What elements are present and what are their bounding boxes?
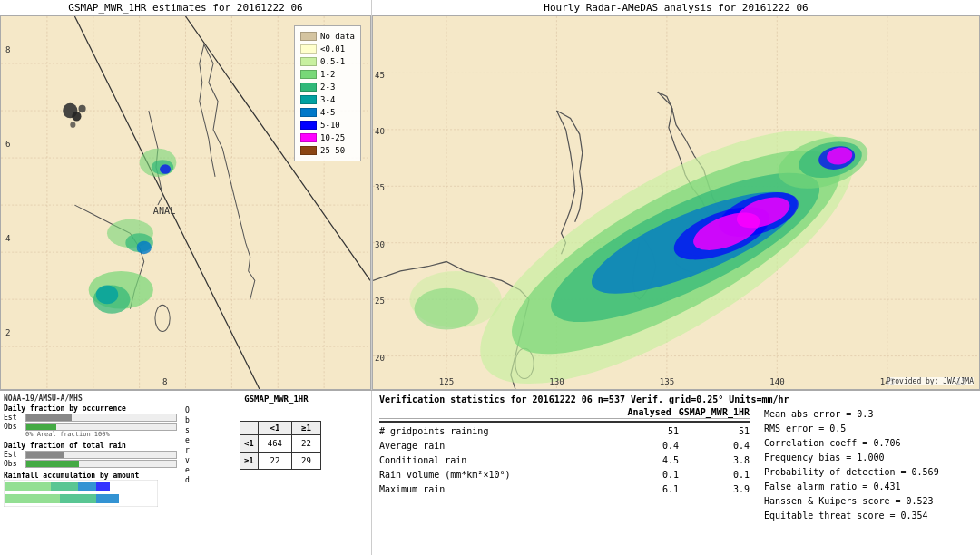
bottom-left-charts: NOAA-19/AMSU-A/MHS Daily fraction by occ… bbox=[0, 391, 181, 555]
legend-color-45 bbox=[300, 108, 317, 117]
legend-5-10: 5-10 bbox=[300, 119, 355, 131]
stats-divider bbox=[379, 421, 750, 423]
legend-4-5: 4-5 bbox=[300, 106, 355, 119]
svg-rect-82 bbox=[60, 494, 96, 503]
legend-label-23: 2-3 bbox=[320, 81, 335, 93]
legend-color-05 bbox=[300, 57, 317, 66]
legend-color-nodata bbox=[300, 32, 317, 41]
svg-text:8: 8 bbox=[162, 376, 168, 386]
svg-text:6: 6 bbox=[5, 138, 11, 148]
stats-content: Analysed GSMAP_MWR_1HR # gridpoints rain… bbox=[379, 407, 973, 523]
legend-color-34 bbox=[300, 95, 317, 104]
cont-col-gte1: ≥1 bbox=[292, 422, 321, 435]
cont-val-464: 464 bbox=[258, 435, 291, 453]
legend-label-510: 5-10 bbox=[320, 119, 340, 131]
right-panel: Hourly Radar-AMeDAS analysis for 2016122… bbox=[372, 0, 980, 390]
stat-right-2: Correlation coeff = 0.706 bbox=[764, 436, 973, 451]
stats-v1-2: 4.5 bbox=[633, 453, 679, 468]
stats-label-4: Maximum rain bbox=[379, 482, 626, 497]
stats-col-headers: Analysed GSMAP_MWR_1HR bbox=[379, 407, 750, 419]
svg-rect-81 bbox=[5, 494, 60, 503]
legend-label-001: <0.01 bbox=[320, 43, 345, 55]
stats-label-0: # gridpoints raining bbox=[379, 424, 626, 439]
stats-label-1: Average rain bbox=[379, 439, 626, 453]
cont-val-22b: 22 bbox=[258, 453, 291, 470]
svg-text:25: 25 bbox=[375, 296, 385, 306]
svg-point-26 bbox=[160, 164, 171, 173]
cont-row-gte1: ≥1 bbox=[240, 453, 258, 470]
obs-label-2: Obs bbox=[4, 460, 24, 468]
svg-point-20 bbox=[96, 286, 118, 305]
svg-rect-80 bbox=[96, 482, 110, 491]
svg-point-17 bbox=[155, 305, 170, 331]
stats-row-4: Maximum rain 6.1 3.9 bbox=[379, 482, 750, 497]
svg-text:20: 20 bbox=[375, 353, 385, 363]
stats-v2-3: 0.1 bbox=[686, 468, 750, 482]
stats-title: Verification statistics for 20161222 06 … bbox=[379, 394, 973, 404]
legend-3-4: 3-4 bbox=[300, 93, 355, 106]
stat-right-5: False alarm ratio = 0.431 bbox=[764, 480, 973, 494]
svg-text:4: 4 bbox=[5, 233, 11, 243]
est-row-1: Est bbox=[4, 414, 177, 422]
obs-bar-2 bbox=[25, 460, 177, 468]
svg-text:2: 2 bbox=[5, 327, 11, 337]
stats-col-gsmap: GSMAP_MWR_1HR bbox=[679, 407, 750, 417]
legend-color-12 bbox=[300, 70, 317, 79]
legend-color-510 bbox=[300, 121, 317, 130]
legend-label-nodata: No data bbox=[320, 30, 355, 43]
obs-label-1: Obs bbox=[4, 423, 24, 431]
chart-title-3: Rainfall accumulation by amount bbox=[4, 472, 177, 480]
legend-25-50: 25-50 bbox=[300, 144, 355, 157]
cont-val-29: 29 bbox=[292, 453, 321, 470]
provided-by-label: Provided by: JWA/JMA bbox=[887, 377, 974, 385]
legend-no-data: No data bbox=[300, 30, 355, 43]
est-label-2: Est bbox=[4, 451, 24, 459]
legend-label-1025: 10-25 bbox=[320, 131, 345, 144]
right-map-title: Hourly Radar-AMeDAS analysis for 2016122… bbox=[372, 0, 980, 15]
est-bar-fill-2 bbox=[26, 452, 64, 458]
svg-rect-83 bbox=[96, 494, 119, 503]
svg-text:45: 45 bbox=[375, 70, 385, 80]
svg-point-63 bbox=[415, 288, 479, 330]
bottom-row: NOAA-19/AMSU-A/MHS Daily fraction by occ… bbox=[0, 390, 980, 555]
svg-point-29 bbox=[78, 105, 85, 112]
stat-right-1: RMS error = 0.5 bbox=[764, 422, 973, 436]
contingency-table: <1 ≥1 <1 464 22 ≥1 22 29 bbox=[240, 421, 321, 470]
legend-label-05: 0.5-1 bbox=[320, 55, 345, 68]
legend-001: <0.01 bbox=[300, 43, 355, 55]
svg-text:135: 135 bbox=[660, 376, 674, 386]
stats-v1-1: 0.4 bbox=[633, 439, 679, 453]
stats-v2-1: 0.4 bbox=[686, 439, 750, 453]
svg-text:30: 30 bbox=[375, 239, 385, 249]
noaa-label: NOAA-19/AMSU-A/MHS bbox=[4, 394, 177, 403]
stats-table-left: Analysed GSMAP_MWR_1HR # gridpoints rain… bbox=[379, 407, 750, 523]
chart-title-2: Daily fraction of total rain bbox=[4, 442, 177, 450]
stat-right-0: Mean abs error = 0.3 bbox=[764, 407, 973, 422]
stats-label-2: Conditional rain bbox=[379, 453, 626, 468]
est-row-2: Est bbox=[4, 451, 177, 459]
x-axis-label-1: 0% Areal fraction 100% bbox=[25, 431, 177, 438]
svg-text:130: 130 bbox=[549, 376, 564, 386]
legend-color-001 bbox=[300, 44, 317, 54]
left-map-title: GSMAP_MWR_1HR estimates for 20161222 06 bbox=[0, 0, 371, 15]
stats-empty-header bbox=[379, 407, 619, 417]
stats-v2-0: 51 bbox=[686, 424, 750, 439]
cont-col-less1: <1 bbox=[258, 422, 291, 435]
obs-bar-1 bbox=[25, 423, 177, 431]
top-row: GSMAP_MWR_1HR estimates for 20161222 06 bbox=[0, 0, 980, 390]
legend-label-2550: 25-50 bbox=[320, 144, 345, 157]
legend-label-12: 1-2 bbox=[320, 68, 335, 81]
stats-v2-2: 3.8 bbox=[686, 453, 750, 468]
main-container: GSMAP_MWR_1HR estimates for 20161222 06 bbox=[0, 0, 980, 555]
obs-label-side: O b s e r v e d bbox=[185, 405, 190, 485]
accumulation-chart bbox=[4, 480, 158, 507]
stats-v1-4: 6.1 bbox=[633, 482, 679, 497]
est-bar-1 bbox=[25, 414, 177, 422]
cont-header: GSMAP_MWR_1HR bbox=[185, 394, 368, 404]
legend-color-1025 bbox=[300, 133, 317, 142]
legend-10-25: 10-25 bbox=[300, 131, 355, 144]
legend-color-23 bbox=[300, 83, 317, 92]
svg-point-23 bbox=[137, 241, 152, 255]
chart-title-1: Daily fraction by occurrence bbox=[4, 404, 177, 413]
stats-row-1: Average rain 0.4 0.4 bbox=[379, 439, 750, 453]
